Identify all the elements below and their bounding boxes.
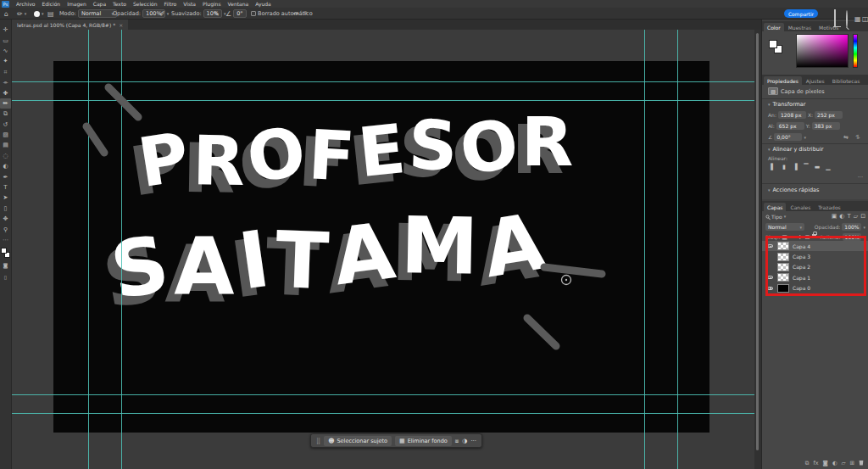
- foreground-color-swatch[interactable]: [769, 40, 777, 48]
- foreground-color-swatch[interactable]: [1, 248, 7, 254]
- layer-row[interactable]: Capa 4: [762, 241, 868, 251]
- share-button[interactable]: Compartir: [784, 9, 818, 18]
- hue-slider[interactable]: [853, 34, 858, 68]
- transform-icon[interactable]: ⧈: [455, 438, 459, 444]
- menu-imagen[interactable]: Imagen: [67, 0, 86, 8]
- layer-row[interactable]: Capa 0: [762, 283, 868, 293]
- tab-color[interactable]: Color: [764, 23, 784, 31]
- flip-vertical-icon[interactable]: ⥮: [853, 134, 863, 141]
- chevron-down-icon[interactable]: ▾: [768, 147, 771, 152]
- align-left-icon[interactable]: ▌: [768, 164, 778, 170]
- align-top-icon[interactable]: ▔: [801, 164, 811, 170]
- align-center-h-icon[interactable]: ▮: [779, 164, 789, 170]
- notifications-bell-icon[interactable]: [834, 9, 836, 26]
- width-field[interactable]: 1208 px: [778, 111, 806, 119]
- tab-propiedades[interactable]: Propiedades: [764, 76, 802, 85]
- layer-thumbnail[interactable]: [777, 273, 789, 282]
- marquee-tool[interactable]: ▭: [0, 35, 11, 45]
- guide-vertical-3[interactable]: [644, 30, 645, 469]
- shape-tool[interactable]: ▯: [0, 204, 11, 214]
- vertical-scrollbar[interactable]: [754, 30, 761, 469]
- adjustment-filter-icon[interactable]: ◐: [839, 213, 844, 220]
- symmetry-icon[interactable]: ⌗: [303, 9, 308, 18]
- zoom-tool[interactable]: ⚲: [0, 224, 11, 234]
- clone-stamp-tool[interactable]: ⧉: [0, 109, 11, 119]
- guide-horizontal-1[interactable]: [12, 81, 754, 82]
- layer-row[interactable]: Capa 1: [762, 272, 868, 282]
- path-selection-tool[interactable]: ➤: [0, 193, 11, 203]
- pressure-size-icon[interactable]: ✑: [293, 10, 299, 18]
- tab-trazados[interactable]: Trazados: [815, 203, 843, 211]
- flip-horizontal-icon[interactable]: ⇋: [841, 134, 851, 141]
- color-swatch-pair[interactable]: [769, 40, 782, 53]
- lasso-tool[interactable]: ∿: [0, 46, 11, 56]
- search-icon[interactable]: [846, 10, 848, 28]
- pixel-filter-icon[interactable]: ▣: [832, 213, 837, 220]
- chevron-down-icon[interactable]: ▾: [784, 214, 787, 219]
- visibility-eye-icon[interactable]: [766, 287, 774, 290]
- remove-background-button[interactable]: ▦ Eliminar fondo: [395, 436, 452, 446]
- blend-mode-select[interactable]: Normal▾: [78, 9, 117, 18]
- tab-ajustes[interactable]: Ajustes: [803, 76, 828, 85]
- menu-texto[interactable]: Texto: [113, 0, 126, 8]
- rotation-field[interactable]: 0,00°: [774, 133, 802, 141]
- color-gradient-field[interactable]: [796, 34, 849, 68]
- tab-canales[interactable]: Canales: [787, 203, 814, 211]
- layer-mask-icon[interactable]: ◙: [823, 460, 828, 466]
- taskbar-grip-handle[interactable]: ⣿: [316, 438, 320, 444]
- layer-thumbnail[interactable]: [777, 242, 789, 250]
- menu-edición[interactable]: Edición: [42, 0, 60, 8]
- healing-brush-tool[interactable]: ✚: [0, 87, 11, 98]
- menu-vista[interactable]: Vista: [183, 0, 196, 8]
- quick-mask-icon[interactable]: ◙: [0, 260, 11, 270]
- guide-horizontal-3[interactable]: [12, 394, 754, 395]
- layer-thumbnail[interactable]: [777, 253, 789, 261]
- blend-mode-select[interactable]: Normal▾: [765, 223, 804, 231]
- folder-filter-icon[interactable]: ▱: [854, 213, 858, 220]
- layer-row[interactable]: Capa 2: [762, 262, 868, 272]
- document-tab[interactable]: letras.psd al 100% (Capa 4, RGB/8#) * ×: [12, 20, 128, 30]
- fill-field[interactable]: 100%: [843, 233, 862, 241]
- y-field[interactable]: 383 px: [812, 122, 840, 130]
- layer-name[interactable]: Capa 3: [793, 254, 810, 260]
- align-bottom-icon[interactable]: ▁: [823, 164, 833, 170]
- brush-panel-toggle-icon[interactable]: ▤: [47, 10, 54, 18]
- eyedropper-tool[interactable]: ⌯: [0, 77, 11, 87]
- auto-erase-checkbox[interactable]: [251, 11, 256, 16]
- menu-filtro[interactable]: Filtro: [164, 0, 177, 8]
- chevron-down-icon[interactable]: ▾: [804, 135, 806, 140]
- layer-name[interactable]: Capa 1: [793, 275, 810, 281]
- layer-row[interactable]: Capa 3: [762, 251, 868, 261]
- adjust-icon[interactable]: ◑: [462, 438, 467, 444]
- visibility-eye-icon[interactable]: [766, 276, 774, 279]
- brush-size-preview[interactable]: [34, 11, 40, 17]
- tab-muestras[interactable]: Muestras: [785, 23, 815, 31]
- menu-selección[interactable]: Selección: [133, 0, 158, 8]
- menu-ventana[interactable]: Ventana: [228, 0, 249, 8]
- pressure-opacity-icon[interactable]: ✐: [159, 10, 165, 18]
- object-selection-tool[interactable]: ✦: [0, 56, 11, 66]
- crop-tool[interactable]: ⌗: [0, 67, 11, 77]
- guide-horizontal-2[interactable]: [12, 100, 754, 101]
- smoothing-gear-icon[interactable]: ✎: [214, 10, 220, 18]
- opacity-field[interactable]: 100%: [842, 223, 861, 231]
- adjustment-layer-icon[interactable]: ◐: [832, 460, 837, 466]
- pencil-tool[interactable]: ✏: [0, 98, 11, 109]
- tool-preset-icon[interactable]: ✏: [17, 10, 23, 18]
- align-center-v-icon[interactable]: ▬: [812, 164, 822, 170]
- history-brush-tool[interactable]: ↺: [0, 120, 11, 130]
- guide-vertical-4[interactable]: [677, 30, 678, 469]
- move-tool[interactable]: ✛: [0, 25, 11, 35]
- brush-angle-field[interactable]: 0°: [233, 9, 247, 18]
- height-field[interactable]: 652 px: [776, 122, 804, 130]
- visibility-eye-icon[interactable]: [766, 244, 774, 248]
- more-align-options-icon[interactable]: ···: [858, 174, 863, 181]
- hand-tool[interactable]: ✥: [0, 214, 11, 224]
- screen-mode-icon[interactable]: ▯: [0, 272, 11, 282]
- menu-ayuda[interactable]: Ayuda: [255, 0, 271, 8]
- layer-thumbnail[interactable]: [777, 263, 789, 271]
- menu-capa[interactable]: Capa: [93, 0, 106, 8]
- edit-toolbar-icon[interactable]: ⋯: [0, 235, 11, 245]
- lock-artboard-icon[interactable]: ⊡: [805, 234, 810, 241]
- arrange-panels-icon[interactable]: ◫: [862, 15, 868, 23]
